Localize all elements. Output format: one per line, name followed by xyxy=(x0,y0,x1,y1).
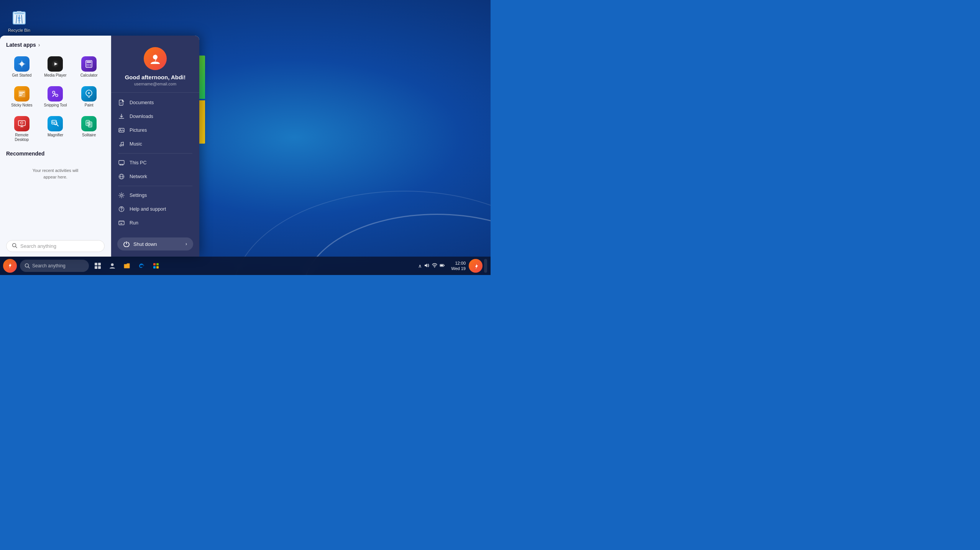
start-menu: Latest apps › Get Started xyxy=(0,36,199,257)
magnifier-icon xyxy=(48,116,63,131)
svg-rect-72 xyxy=(153,266,156,268)
app-paint[interactable]: Paint xyxy=(73,83,105,111)
tray-chevron[interactable]: ∧ xyxy=(418,263,422,269)
app-remote-desktop[interactable]: Remote Desktop xyxy=(6,113,38,145)
start-search-icon xyxy=(12,243,17,249)
taskbar-task-view[interactable] xyxy=(91,259,105,273)
run-icon xyxy=(118,219,125,226)
apps-grid: Get Started Media Player xyxy=(6,53,105,145)
svg-point-13 xyxy=(89,64,89,65)
calculator-icon xyxy=(81,56,97,72)
svg-point-14 xyxy=(90,64,91,65)
shutdown-button[interactable]: Shut down › xyxy=(117,237,193,250)
menu-item-pictures[interactable]: Pictures xyxy=(111,123,199,137)
menu-divider-1 xyxy=(118,153,192,154)
svg-point-35 xyxy=(54,122,57,125)
user-profile: Good afternoon, Abdi! username@email.com xyxy=(111,36,199,93)
downloads-icon xyxy=(118,113,125,120)
help-label: Help and support xyxy=(130,206,166,212)
menu-item-documents[interactable]: Documents xyxy=(111,96,199,110)
tray-battery[interactable] xyxy=(440,263,445,269)
svg-rect-78 xyxy=(444,265,445,266)
svg-rect-67 xyxy=(95,266,97,269)
svg-rect-27 xyxy=(18,121,25,126)
menu-item-run[interactable]: Run xyxy=(111,216,199,230)
start-search-bar[interactable] xyxy=(6,240,105,252)
start-menu-left: Latest apps › Get Started xyxy=(0,36,111,257)
remote-desktop-icon xyxy=(14,116,30,131)
app-magnifier[interactable]: Magnifier xyxy=(40,113,71,145)
svg-rect-68 xyxy=(98,266,101,269)
svg-point-17 xyxy=(90,65,91,66)
menu-item-downloads[interactable]: Downloads xyxy=(111,110,199,123)
run-label: Run xyxy=(130,220,138,226)
show-desktop[interactable] xyxy=(484,259,487,273)
app-media-player[interactable]: Media Player xyxy=(40,53,71,81)
recycle-bin-image xyxy=(10,8,28,26)
svg-point-6 xyxy=(20,62,24,66)
tray-wifi[interactable] xyxy=(432,263,437,269)
svg-line-64 xyxy=(28,267,30,268)
taskbar-file-explorer[interactable] xyxy=(120,259,134,273)
app-snipping-tool[interactable]: Snipping Tool xyxy=(40,83,71,111)
network-label: Network xyxy=(130,174,147,179)
start-search-input[interactable] xyxy=(20,243,99,249)
menu-item-settings[interactable]: Settings xyxy=(111,188,199,202)
menu-item-music[interactable]: Music xyxy=(111,137,199,151)
settings-label: Settings xyxy=(130,193,147,198)
user-avatar[interactable] xyxy=(144,47,167,70)
clock[interactable]: 12:00 Wed 19 xyxy=(451,260,466,272)
shutdown-arrow-icon: › xyxy=(185,241,187,247)
app-calculator[interactable]: Calculator xyxy=(73,53,105,81)
svg-rect-51 xyxy=(119,160,124,164)
paint-icon xyxy=(81,86,97,101)
taskbar-teams[interactable] xyxy=(105,259,119,273)
magnifier-label: Magnifier xyxy=(48,133,63,138)
taskbar-search-icon xyxy=(25,263,30,268)
shutdown-label: Shut down xyxy=(133,241,157,247)
user-email: username@email.com xyxy=(134,82,176,86)
menu-item-help[interactable]: Help and support xyxy=(111,202,199,216)
remote-desktop-label: Remote Desktop xyxy=(8,133,36,142)
taskbar-search-text: Search anything xyxy=(32,263,66,268)
notification-center[interactable] xyxy=(469,259,483,273)
recommended-section: Recommended Your recent activities willa… xyxy=(6,151,105,188)
network-icon xyxy=(118,173,125,180)
menu-item-network[interactable]: Network xyxy=(111,170,199,183)
recycle-bin-label: Recycle Bin xyxy=(8,28,30,33)
taskbar: Search anything xyxy=(0,257,491,275)
svg-line-25 xyxy=(53,94,55,97)
app-solitaire[interactable]: A K Solitaire xyxy=(73,113,105,145)
notification-icon xyxy=(472,262,479,269)
svg-point-60 xyxy=(121,210,122,211)
svg-rect-21 xyxy=(19,95,22,96)
menu-divider-2 xyxy=(118,186,192,186)
app-sticky-notes[interactable]: Sticky Notes xyxy=(6,83,38,111)
svg-point-16 xyxy=(89,65,89,66)
svg-text:K: K xyxy=(89,123,91,126)
latest-apps-arrow-icon[interactable]: › xyxy=(38,42,40,48)
svg-rect-77 xyxy=(440,265,443,266)
tray-volume[interactable] xyxy=(424,263,430,269)
svg-rect-62 xyxy=(119,221,124,222)
system-tray: ∧ xyxy=(415,263,448,269)
music-label: Music xyxy=(130,141,142,147)
music-icon xyxy=(118,141,125,147)
menu-item-this-pc[interactable]: This PC xyxy=(111,156,199,170)
taskbar-store[interactable] xyxy=(149,259,163,273)
recycle-bin-icon[interactable]: Recycle Bin xyxy=(6,6,33,35)
svg-rect-70 xyxy=(153,263,156,265)
taskbar-search-bar[interactable]: Search anything xyxy=(20,260,89,272)
recommended-empty: Your recent activities willappear here. xyxy=(6,160,105,188)
taskbar-edge[interactable] xyxy=(135,259,148,273)
start-button[interactable] xyxy=(3,259,17,273)
pictures-label: Pictures xyxy=(130,128,147,133)
get-started-label: Get Started xyxy=(12,73,31,78)
svg-point-22 xyxy=(53,91,55,93)
svg-rect-20 xyxy=(19,93,23,94)
downloads-label: Downloads xyxy=(130,114,153,119)
app-get-started[interactable]: Get Started xyxy=(6,53,38,81)
svg-point-12 xyxy=(87,64,87,65)
svg-point-58 xyxy=(121,195,123,196)
this-pc-icon xyxy=(118,159,125,166)
